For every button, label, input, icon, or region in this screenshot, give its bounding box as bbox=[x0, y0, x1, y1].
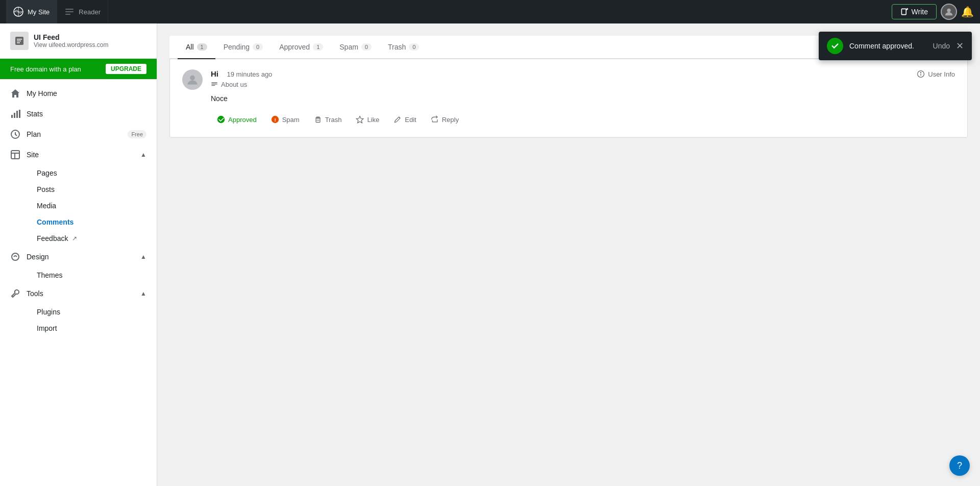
reply-button[interactable]: Reply bbox=[425, 112, 465, 127]
svg-rect-27 bbox=[211, 85, 215, 85]
tab-pending-label: Pending bbox=[224, 43, 250, 51]
tab-all[interactable]: All 1 bbox=[178, 36, 215, 59]
approve-button[interactable]: Approved bbox=[211, 112, 263, 127]
import-label: Import bbox=[37, 324, 57, 332]
commenter-avatar-icon bbox=[186, 74, 199, 86]
spam-icon: ! bbox=[271, 115, 279, 124]
design-sub-nav: Themes bbox=[0, 267, 157, 283]
design-expand-icon: ▲ bbox=[140, 253, 146, 260]
svg-rect-5 bbox=[65, 14, 70, 15]
site-expand-icon: ▲ bbox=[140, 151, 146, 158]
sidebar-item-plugins[interactable]: Plugins bbox=[27, 304, 157, 320]
svg-rect-12 bbox=[11, 115, 13, 118]
tools-sub-nav: Plugins Import bbox=[0, 304, 157, 336]
posts-label: Posts bbox=[37, 185, 55, 193]
svg-point-24 bbox=[921, 72, 921, 73]
themes-label: Themes bbox=[37, 271, 63, 279]
site-logo-icon bbox=[14, 36, 24, 46]
like-label: Like bbox=[367, 116, 379, 124]
post-link-text: About us bbox=[221, 81, 247, 88]
like-icon bbox=[356, 115, 364, 124]
design-label: Design bbox=[27, 253, 49, 261]
tab-approved-count: 1 bbox=[313, 43, 323, 51]
site-url: View uifeed.wordpress.com bbox=[34, 41, 109, 48]
svg-rect-31 bbox=[316, 118, 320, 123]
my-site-label: My Site bbox=[28, 8, 50, 16]
spam-button[interactable]: ! Spam bbox=[265, 112, 306, 127]
like-button[interactable]: Like bbox=[350, 112, 385, 127]
upgrade-text: Free domain with a plan bbox=[10, 65, 81, 73]
home-icon bbox=[10, 88, 20, 99]
user-info-label: User Info bbox=[928, 70, 955, 78]
sidebar-item-stats[interactable]: Stats bbox=[0, 104, 157, 124]
edit-button[interactable]: Edit bbox=[387, 112, 422, 127]
stats-label: Stats bbox=[27, 110, 43, 118]
tools-icon bbox=[10, 288, 20, 299]
edit-icon bbox=[394, 115, 402, 124]
sidebar-item-pages[interactable]: Pages bbox=[27, 165, 157, 181]
feedback-external-icon: ↗ bbox=[72, 235, 77, 242]
tab-trash[interactable]: Trash 0 bbox=[380, 36, 427, 59]
post-link-icon bbox=[211, 81, 218, 88]
sidebar-item-site[interactable]: Site ▲ bbox=[0, 144, 157, 165]
comment-body: Hi 19 minutes ago User Info bbox=[211, 69, 955, 127]
media-label: Media bbox=[37, 202, 56, 210]
svg-rect-26 bbox=[211, 83, 217, 84]
design-icon bbox=[10, 252, 20, 262]
sidebar-item-design[interactable]: Design ▲ bbox=[0, 247, 157, 267]
stats-icon bbox=[10, 109, 20, 119]
svg-rect-13 bbox=[14, 113, 15, 118]
top-nav-left: My Site Reader bbox=[6, 0, 892, 23]
comment-actions: Approved ! Spam bbox=[211, 112, 955, 127]
sidebar-item-plan[interactable]: Plan Free bbox=[0, 124, 157, 144]
svg-point-7 bbox=[947, 9, 950, 12]
top-nav-right: Write 🔔 bbox=[892, 4, 974, 20]
sidebar-item-feedback[interactable]: Feedback ↗ bbox=[27, 230, 157, 247]
reader-nav[interactable]: Reader bbox=[57, 0, 108, 23]
my-site-nav[interactable]: My Site bbox=[6, 0, 57, 23]
main-nav: My Home Stats bbox=[0, 79, 157, 341]
plan-label: Plan bbox=[27, 130, 41, 138]
checkmark-icon bbox=[830, 41, 840, 51]
sidebar-item-media[interactable]: Media bbox=[27, 198, 157, 214]
sidebar-item-import[interactable]: Import bbox=[27, 320, 157, 336]
tab-spam-count: 0 bbox=[361, 43, 372, 51]
main-content: Comment approved. Undo ✕ All 1 Pending 0… bbox=[157, 23, 980, 486]
svg-point-21 bbox=[190, 76, 195, 81]
svg-text:!: ! bbox=[274, 117, 276, 123]
sidebar-item-tools[interactable]: Tools ▲ bbox=[0, 283, 157, 304]
plan-icon bbox=[10, 129, 20, 139]
upgrade-button[interactable]: UPGRADE bbox=[106, 64, 146, 74]
sidebar-item-my-home[interactable]: My Home bbox=[0, 83, 157, 104]
sidebar-item-posts[interactable]: Posts bbox=[27, 181, 157, 198]
tab-approved[interactable]: Approved 1 bbox=[271, 36, 331, 59]
reader-label: Reader bbox=[79, 8, 101, 16]
spam-label: Spam bbox=[282, 116, 300, 124]
sidebar-item-themes[interactable]: Themes bbox=[27, 267, 157, 283]
write-button[interactable]: Write bbox=[892, 4, 937, 19]
user-info-button[interactable]: User Info bbox=[917, 70, 955, 78]
svg-rect-25 bbox=[211, 82, 217, 83]
tab-all-label: All bbox=[186, 43, 194, 51]
site-sub-nav: Pages Posts Media Comments Feedback ↗ bbox=[0, 165, 157, 247]
svg-rect-15 bbox=[19, 110, 20, 118]
svg-rect-9 bbox=[17, 39, 22, 40]
comment-time: 19 minutes ago bbox=[227, 70, 272, 78]
toast-close-button[interactable]: ✕ bbox=[956, 41, 964, 51]
trash-button[interactable]: Trash bbox=[308, 112, 348, 127]
toast-undo-button[interactable]: Undo bbox=[933, 42, 950, 50]
reply-label: Reply bbox=[442, 116, 459, 124]
plugins-label: Plugins bbox=[37, 308, 60, 316]
sidebar-item-comments[interactable]: Comments bbox=[27, 214, 157, 230]
tab-pending[interactable]: Pending 0 bbox=[215, 36, 272, 59]
toast-notification: Comment approved. Undo ✕ bbox=[819, 32, 972, 60]
user-avatar[interactable] bbox=[941, 4, 957, 20]
comment-item: Hi 19 minutes ago User Info bbox=[170, 59, 967, 137]
tab-spam[interactable]: Spam 0 bbox=[331, 36, 380, 59]
upgrade-banner[interactable]: Free domain with a plan UPGRADE bbox=[0, 59, 157, 79]
notifications-icon[interactable]: 🔔 bbox=[961, 6, 974, 18]
toast-message: Comment approved. bbox=[849, 42, 927, 50]
help-button[interactable]: ? bbox=[949, 455, 970, 476]
approve-label: Approved bbox=[228, 116, 257, 124]
comments-list: Hi 19 minutes ago User Info bbox=[169, 59, 968, 138]
